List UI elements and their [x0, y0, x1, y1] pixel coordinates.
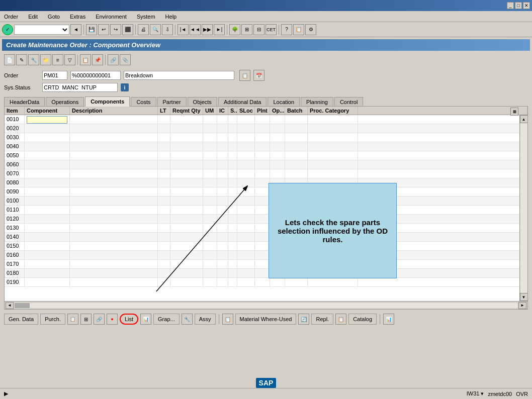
scroll-track[interactable]	[520, 123, 527, 293]
repl-button[interactable]: Repl.	[311, 314, 333, 325]
h-scroll-left[interactable]: ◄	[6, 302, 14, 309]
table-row: 0010	[5, 115, 527, 124]
table-scroll: 0010 00	[5, 115, 527, 301]
help-icon[interactable]: ?	[281, 24, 292, 35]
find-next-icon[interactable]: ⇩	[162, 24, 173, 35]
undo-icon[interactable]: ↩	[98, 24, 109, 35]
minimize-button[interactable]: _	[507, 2, 514, 9]
h-scroll-track[interactable]	[15, 303, 517, 308]
tab-control[interactable]: Control	[334, 97, 363, 107]
menu-bar: Order Edit Goto Extras Environment Syste…	[0, 11, 532, 22]
close-button[interactable]: ✕	[523, 2, 530, 9]
cet-icon[interactable]: CET	[265, 24, 277, 35]
where-used-icon[interactable]: 📋	[222, 314, 233, 325]
sep7	[105, 55, 106, 65]
col-settings-icon[interactable]: ⊞	[510, 108, 518, 116]
collapse-icon[interactable]: ⊟	[253, 24, 264, 35]
tab-partner[interactable]: Partner	[157, 97, 187, 107]
table-row: 0120	[5, 215, 527, 224]
menu-system[interactable]: System	[135, 13, 157, 21]
tab-location[interactable]: Location	[268, 97, 300, 107]
green-circle-icon[interactable]: ✓	[2, 24, 13, 35]
h-scroll-thumb[interactable]	[15, 303, 30, 308]
bottom-icon3[interactable]: 🔗	[94, 314, 105, 325]
order-desc-field[interactable]	[124, 71, 234, 80]
stop-icon[interactable]: ⬛	[122, 24, 133, 35]
menu-environment[interactable]: Environment	[94, 13, 129, 21]
menu-help[interactable]: Help	[163, 13, 179, 21]
print-icon[interactable]: 🖨	[138, 24, 149, 35]
horizontal-scrollbar[interactable]: ◄ ►	[5, 301, 527, 309]
save-icon[interactable]: 💾	[86, 24, 97, 35]
list2-icon[interactable]: ≡	[52, 54, 63, 65]
create-icon[interactable]: 📋	[293, 24, 304, 35]
list-button[interactable]: List	[120, 314, 138, 325]
table-row: 0100	[5, 196, 527, 206]
redo-icon[interactable]: ↪	[110, 24, 121, 35]
tab-components[interactable]: Components	[85, 96, 130, 107]
bottom-icon1[interactable]: 📋	[67, 314, 78, 325]
menu-order[interactable]: Order	[2, 13, 20, 21]
catalog-button[interactable]: Catalog	[348, 314, 377, 325]
tab-objects[interactable]: Objects	[188, 97, 217, 107]
bottom-list-icon[interactable]: ●	[107, 314, 118, 325]
info-icon[interactable]: i	[121, 83, 129, 91]
menu-edit[interactable]: Edit	[26, 13, 40, 21]
bottom-icon2[interactable]: ⊞	[80, 314, 92, 325]
expand-icon[interactable]: ⊞	[241, 24, 252, 35]
find-icon[interactable]: 🔍	[150, 24, 161, 35]
assy-button[interactable]: Assy	[195, 314, 216, 325]
tab-planning[interactable]: Planning	[301, 97, 333, 107]
new-order-icon[interactable]: 📄	[4, 54, 15, 65]
order-field1[interactable]	[42, 71, 67, 80]
filter-icon[interactable]: ▽	[64, 54, 75, 65]
first-icon[interactable]: |◄	[178, 24, 189, 35]
repl-icon[interactable]: 🔄	[298, 314, 309, 325]
bottom-icon4[interactable]: 📊	[140, 314, 151, 325]
tooltip-box: Lets check the spare parts selection inf…	[269, 183, 397, 278]
row-ic-0010	[217, 115, 228, 124]
grap-button[interactable]: Grap...	[153, 314, 180, 325]
edit2-icon[interactable]: ✎	[16, 54, 27, 65]
rel-icon[interactable]: 🔗	[108, 54, 119, 65]
paste-icon[interactable]: 📌	[92, 54, 103, 65]
maximize-button[interactable]: □	[515, 2, 522, 9]
row-component-0010[interactable]	[25, 115, 70, 124]
purch-button[interactable]: Purch.	[40, 314, 65, 325]
order-field2[interactable]	[70, 71, 121, 80]
last-icon[interactable]: ►|	[214, 24, 225, 35]
gen-data-button[interactable]: Gen. Data	[4, 314, 38, 325]
tab-additional-data[interactable]: Additional Data	[218, 97, 267, 107]
bottom-icon5[interactable]: 🔧	[182, 314, 193, 325]
tab-costs[interactable]: Costs	[131, 97, 156, 107]
command-field[interactable]	[14, 25, 69, 35]
vertical-scrollbar[interactable]: ▲ ▼	[519, 115, 527, 301]
component-input-0010[interactable]	[27, 116, 67, 124]
next-icon[interactable]: ▶▶	[202, 24, 213, 35]
doc-icon[interactable]: 📋	[80, 54, 91, 65]
tab-headerdata[interactable]: HeaderData	[4, 97, 45, 107]
table-row: 0160	[5, 251, 527, 260]
order-calendar-icon[interactable]: 📅	[253, 70, 264, 81]
table-row: 0130	[5, 224, 527, 233]
scroll-down-arrow[interactable]: ▼	[520, 293, 528, 301]
col-header-description: Description	[70, 107, 158, 115]
material-where-used-button[interactable]: Material Where-Used	[235, 314, 297, 325]
prev-icon[interactable]: ◄◄	[190, 24, 201, 35]
back-icon[interactable]: ◄	[70, 24, 81, 35]
catalog-icon[interactable]: 📋	[335, 314, 346, 325]
col-header-sloc: SLoc	[237, 107, 255, 115]
menu-goto[interactable]: Goto	[46, 13, 62, 21]
settings-icon[interactable]: ⚙	[305, 24, 316, 35]
order-detail-icon[interactable]: 📋	[239, 70, 250, 81]
scroll-up-arrow[interactable]: ▲	[520, 115, 528, 123]
tree-icon[interactable]: 🌳	[229, 24, 240, 35]
menu-extras[interactable]: Extras	[68, 13, 87, 21]
folder-icon[interactable]: 📁	[40, 54, 51, 65]
final-icon[interactable]: 📊	[383, 314, 394, 325]
table-row: 0110	[5, 206, 527, 215]
tab-operations[interactable]: Operations	[46, 97, 84, 107]
h-scroll-right[interactable]: ►	[518, 302, 526, 309]
attach-icon[interactable]: 📎	[120, 54, 131, 65]
component-icon[interactable]: 🔧	[28, 54, 39, 65]
